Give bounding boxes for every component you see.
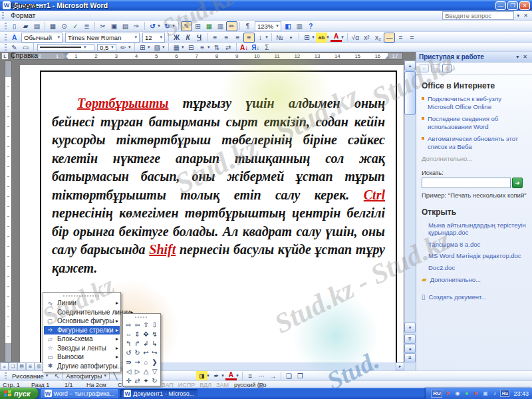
search-go-icon[interactable]: ➜ [512, 178, 523, 188]
spacing-15-icon[interactable]: = [395, 33, 406, 43]
separator[interactable] [134, 43, 135, 51]
format-painter-icon[interactable]: ✑ [131, 21, 142, 31]
open-icon[interactable]: ▰ [20, 21, 31, 31]
block-arrow-icon[interactable]: ↺ [124, 348, 133, 357]
superscript-icon[interactable]: x² [361, 33, 372, 43]
separator[interactable] [239, 22, 240, 30]
print-layout-icon[interactable]: ▤ [17, 362, 26, 370]
block-arrow-icon[interactable]: ✛ [124, 376, 133, 385]
bullets-icon[interactable]: • [285, 33, 297, 43]
help-icon[interactable]: ? [305, 21, 317, 31]
line-style-combo[interactable]: ▾ [37, 44, 94, 51]
underline-icon[interactable]: Ч [194, 33, 205, 43]
block-arrow-icon[interactable]: ↻ [150, 376, 159, 385]
block-arrow-icon[interactable]: ⇦ [133, 320, 142, 329]
horizontal-ruler[interactable]: 321 12345678910111213141516 17 [13, 53, 403, 60]
line-weight-dropdown-icon[interactable]: ▾ [111, 45, 114, 50]
next-page-button[interactable]: ⇊ [404, 353, 416, 362]
language-indicator[interactable]: RU [431, 390, 442, 398]
block-arrow-icon[interactable]: ⌂ [142, 357, 150, 366]
align-justify-icon[interactable]: ≡ [243, 33, 255, 43]
align-right-icon[interactable]: ≡ [232, 33, 243, 43]
normal-view-icon[interactable]: ≡ [0, 362, 9, 370]
font-combo[interactable]: Times New Roman ▾ [65, 33, 140, 43]
toolbar-grip[interactable] [5, 372, 7, 380]
font-size-combo[interactable]: 12 ▾ [142, 33, 165, 43]
drawing-menu-button[interactable]: Рисование ▾ [9, 372, 51, 380]
dash-style-icon[interactable]: ⋯ [256, 371, 267, 381]
block-arrow-icon[interactable]: ↪ [150, 348, 159, 357]
minimize-button[interactable]: — [495, 1, 506, 10]
vertical-ruler[interactable] [5, 61, 12, 362]
antivirus-icon[interactable]: ● [463, 390, 470, 397]
separator[interactable] [347, 33, 348, 41]
borders-dropdown-icon[interactable]: ▾ [311, 33, 316, 43]
create-document-link[interactable]: ▯ Создать документ... [422, 293, 527, 301]
3d-style-icon[interactable]: ❒ [295, 371, 306, 381]
eraser-icon[interactable]: ▭ [20, 43, 31, 51]
autoshapes-menu-item[interactable]: ➩ Фигурные стрелки ▸ [44, 326, 120, 335]
spacing-single-icon[interactable]: — [384, 33, 395, 43]
italic-icon[interactable]: К [182, 33, 194, 43]
insert-table-dropdown-icon[interactable]: ▾ [180, 43, 186, 51]
task-pane-home-icon[interactable]: ⌂ [442, 64, 452, 72]
outline-view-icon[interactable]: ≣ [26, 362, 35, 370]
task-pane-close-icon[interactable]: ✕ [521, 54, 529, 60]
spelling-icon[interactable]: ✓ [70, 21, 81, 31]
block-arrow-icon[interactable]: ✦ [142, 376, 150, 385]
autoshapes-menu-button[interactable]: Автофигуры ▾ [63, 372, 110, 380]
separator[interactable] [168, 43, 169, 51]
office-online-link[interactable]: Автоматически обновлять этот список из В… [422, 135, 527, 150]
document-map-icon[interactable]: ◧ [283, 21, 294, 31]
reading-layout-icon[interactable]: ▥ [294, 21, 305, 31]
autosum-icon[interactable]: Σ [261, 43, 273, 51]
toolbar-grip[interactable] [5, 44, 7, 51]
block-arrow-icon[interactable]: ▽ [150, 366, 159, 376]
subscript-icon[interactable]: x₂ [372, 33, 384, 43]
sort-descending-icon[interactable]: Я↓ [250, 43, 261, 51]
right-indent-marker[interactable] [385, 56, 390, 59]
autoshapes-menu-item[interactable]: ✱ Другие автофигуры... [44, 362, 120, 371]
block-arrow-icon[interactable]: ⇕ [133, 329, 142, 338]
style-combo[interactable]: Обычный ▾ [21, 33, 63, 43]
task-pane-forward-icon[interactable]: → [431, 64, 440, 72]
sort-ascending-icon[interactable]: А↓ [239, 43, 250, 51]
vertical-scroll-thumb[interactable] [404, 71, 416, 115]
columns-icon[interactable]: ▥ [215, 21, 226, 31]
copy-icon[interactable]: ▣ [108, 21, 120, 31]
save-icon[interactable]: ▤ [31, 21, 43, 31]
scroll-up-button[interactable]: ▴ [404, 61, 416, 70]
block-arrow-icon[interactable]: ↰ [124, 338, 133, 348]
undo-dropdown-icon[interactable]: ▾ [156, 21, 162, 31]
spacing-double-icon[interactable]: = [406, 33, 418, 43]
styles-and-formatting-icon[interactable]: А [9, 33, 20, 42]
shadow-style-icon[interactable]: ❏ [283, 371, 295, 381]
separator[interactable] [94, 22, 95, 30]
document-paragraph[interactable]: Төртбұрышты тұрғызу үшін алдымен оның бе… [52, 94, 385, 277]
block-arrow-icon[interactable]: ⇄ [133, 376, 142, 385]
print-icon[interactable]: ▦ [47, 21, 59, 31]
show-formatting-icon[interactable]: ¶ [242, 21, 253, 31]
line-style-icon[interactable]: ≡ [245, 371, 256, 381]
outside-border-dropdown-icon[interactable]: ▾ [146, 43, 152, 51]
separator[interactable] [299, 33, 299, 41]
task-pane-dropdown-icon[interactable]: ▾ [514, 54, 521, 60]
autoshapes-menu-item[interactable]: ☆ Звезды и ленты ▸ [44, 344, 120, 353]
autoshapes-menu-item[interactable]: ▭ Выноски ▸ [44, 352, 120, 362]
recent-file-link[interactable]: Тапсырма 8 а.doc [428, 241, 527, 249]
separator[interactable] [242, 372, 243, 380]
style-dropdown-icon[interactable]: ▾ [57, 35, 60, 40]
kaspersky-icon[interactable]: K [472, 390, 479, 397]
shading-dropdown-icon[interactable]: ▾ [161, 43, 166, 51]
insert-table-icon[interactable]: ⊞ [192, 21, 203, 31]
task-pane-search-input[interactable] [422, 178, 511, 188]
block-arrow-icon[interactable]: ⇔ [124, 329, 133, 338]
separator[interactable] [144, 22, 145, 30]
autoshapes-menu-item[interactable]: ∿ Линии ▸ [44, 299, 120, 308]
network-error-icon[interactable]: ✕ [444, 390, 452, 397]
update-icon[interactable]: ◉ [454, 390, 461, 397]
block-arrow-icon[interactable]: ⇝ [133, 357, 142, 366]
block-arrow-icon[interactable]: △ [142, 366, 150, 376]
font-color-dropdown-icon[interactable]: ▾ [235, 371, 240, 381]
separator[interactable] [271, 33, 272, 41]
